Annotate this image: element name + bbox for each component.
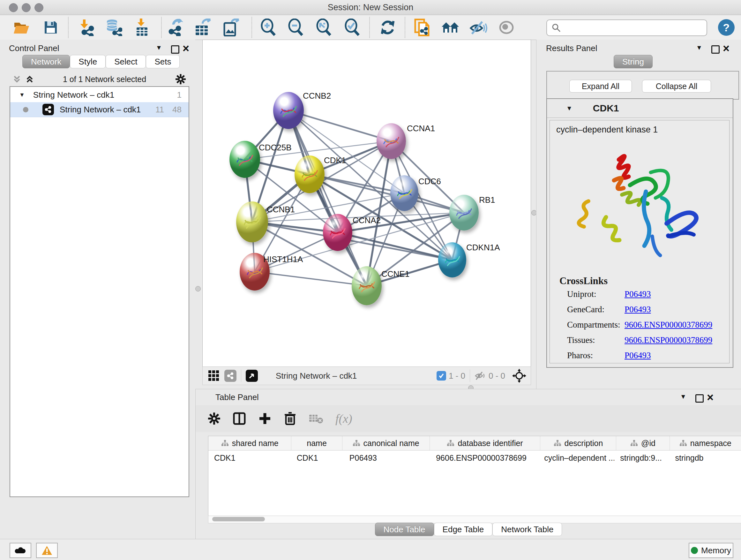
table-cell[interactable]: cyclin–dependent ...	[538, 450, 614, 465]
export-network-button[interactable]	[165, 17, 185, 37]
left-splitter-handle[interactable]	[195, 286, 201, 292]
results-panel-float-icon[interactable]	[711, 45, 720, 54]
gene-expander-icon[interactable]: ▼	[566, 105, 572, 112]
import-network-database-button[interactable]	[104, 17, 124, 37]
column-header-namespace[interactable]: namespace	[670, 436, 741, 450]
uniprot-link[interactable]: P06493	[624, 289, 729, 299]
search-input[interactable]	[563, 23, 706, 33]
results-panel-close-icon[interactable]: ×	[723, 45, 730, 52]
network-edge-CCNE1-HIST1H1A[interactable]	[255, 272, 367, 286]
column-header-description[interactable]: description	[540, 436, 616, 450]
zoom-selected-button[interactable]	[342, 17, 361, 37]
table-cell[interactable]: CDK1	[291, 450, 344, 465]
network-node-CCNB1[interactable]	[236, 201, 268, 242]
zoom-in-button[interactable]	[258, 17, 278, 37]
hide-selected-button[interactable]	[468, 17, 488, 37]
expand-all-button[interactable]: Expand All	[569, 80, 632, 92]
column-header-sharedname[interactable]: shared name	[208, 436, 291, 450]
table-options-gear-icon[interactable]	[208, 412, 220, 425]
show-columns-icon[interactable]	[232, 412, 246, 425]
tab-string[interactable]: String	[614, 55, 653, 68]
birdseye-view-icon[interactable]	[246, 370, 258, 382]
network-node-CDC6[interactable]	[390, 175, 418, 211]
save-floppy-icon	[44, 20, 58, 35]
network-node-CCNE1[interactable]	[352, 266, 382, 305]
import-network-file-button[interactable]	[77, 17, 96, 37]
collection-expander-icon[interactable]: ▼	[19, 91, 25, 98]
table-cell[interactable]: P06493	[344, 450, 430, 465]
save-session-button[interactable]	[41, 17, 61, 37]
memory-button[interactable]: Memory	[689, 543, 733, 558]
tab-style[interactable]: Style	[70, 55, 106, 68]
warnings-button[interactable]	[36, 543, 58, 558]
compartments-link[interactable]: 9606.ENSP00000378699	[624, 320, 729, 330]
table-panel-close-icon[interactable]: ×	[707, 394, 714, 401]
network-node-CCNB2[interactable]	[273, 92, 304, 129]
cloud-status-button[interactable]	[10, 543, 31, 558]
tab-network[interactable]: Network	[22, 55, 70, 68]
protein-structure-thumb-icon	[358, 276, 376, 297]
add-column-plus-icon[interactable]	[258, 412, 272, 425]
grid-view-icon[interactable]	[208, 370, 220, 382]
network-edge-CCNB2-CCNA1[interactable]	[288, 111, 391, 141]
clone-network-button[interactable]	[412, 17, 432, 37]
column-header-databaseidentifier[interactable]: database identifier	[430, 436, 541, 450]
network-overview-icon[interactable]	[224, 370, 237, 382]
export-image-button[interactable]	[221, 17, 241, 37]
control-panel-float-icon[interactable]	[171, 45, 179, 54]
collapse-all-chevrons-icon[interactable]	[25, 75, 34, 83]
open-session-button[interactable]	[12, 17, 31, 37]
import-table-file-button[interactable]	[132, 17, 152, 37]
column-header-canonicalname[interactable]: canonical name	[342, 436, 430, 450]
fit-content-crosshair-icon[interactable]	[512, 369, 526, 383]
table-cell[interactable]: CDK1	[208, 450, 291, 465]
table-panel-float-icon[interactable]	[695, 394, 704, 402]
network-node-RB1[interactable]	[449, 195, 479, 231]
network-node-CCNA1[interactable]	[377, 123, 406, 159]
results-actions-box: Expand All Collapse All	[546, 71, 739, 100]
show-all-button[interactable]	[496, 17, 516, 37]
network-collection-row[interactable]: ▼ String Network – cdk1 1	[10, 87, 189, 102]
search-box[interactable]	[546, 19, 707, 36]
title-bar: Session: New Session	[0, 0, 741, 15]
column-header-id[interactable]: @id	[616, 436, 670, 450]
help-button[interactable]: ?	[718, 19, 735, 36]
collapse-all-button[interactable]: Collapse All	[642, 80, 711, 92]
control-panel-close-icon[interactable]: ×	[183, 45, 189, 52]
delete-trash-icon[interactable]	[284, 412, 296, 426]
table-cell[interactable]: stringdb	[670, 450, 741, 465]
network-canvas[interactable]: CCNB2 CCNA1 CDC25B CDK1 CDC6 RB1 CCNB1	[202, 40, 531, 367]
table-row[interactable]: CDK1CDK1P064939606.ENSP00000378699cyclin…	[208, 450, 741, 465]
tab-sets[interactable]: Sets	[146, 55, 180, 68]
network-options-gear-icon[interactable]	[175, 74, 186, 84]
tab-node-table[interactable]: Node Table	[375, 523, 434, 536]
tab-edge-table[interactable]: Edge Table	[434, 523, 493, 536]
export-table-button[interactable]	[193, 17, 212, 37]
pharos-link[interactable]: P06493	[624, 351, 729, 361]
column-header-name[interactable]: name	[291, 436, 342, 450]
gene-header-row[interactable]: ▼ CDK1	[547, 99, 733, 118]
apply-layout-button[interactable]	[378, 17, 398, 37]
network-node-CDK1[interactable]	[294, 155, 325, 193]
tissues-link[interactable]: 9606.ENSP00000378699	[624, 335, 729, 345]
network-row-selected[interactable]: String Network – cdk1 11 48	[10, 102, 189, 117]
zoom-fit-button[interactable]	[313, 17, 333, 37]
table-cell[interactable]: stringdb:9...	[614, 450, 669, 465]
selected-checkbox-icon[interactable]	[436, 371, 446, 381]
control-panel-menu-icon[interactable]: ▼	[156, 44, 162, 51]
first-neighbors-button[interactable]	[441, 17, 460, 37]
results-panel-menu-icon[interactable]: ▼	[696, 44, 702, 51]
node-label-RB1: RB1	[479, 195, 495, 205]
results-panel: Results Panel ▼ × String Expand All Coll…	[536, 40, 741, 389]
network-node-CCNA2[interactable]	[323, 214, 352, 251]
table-cell[interactable]: 9606.ENSP00000378699	[430, 450, 538, 465]
expand-all-chevrons-icon[interactable]	[13, 75, 21, 83]
table-panel-menu-icon[interactable]: ▼	[680, 393, 686, 400]
network-node-CDKN1A[interactable]	[438, 242, 466, 277]
genecard-link[interactable]: P06493	[624, 305, 729, 314]
tab-network-table[interactable]: Network Table	[492, 523, 562, 536]
tab-select[interactable]: Select	[106, 55, 146, 68]
network-node-CDC25B[interactable]	[229, 141, 260, 178]
zoom-out-button[interactable]	[285, 17, 305, 37]
control-panel-title: Control Panel	[9, 44, 59, 53]
